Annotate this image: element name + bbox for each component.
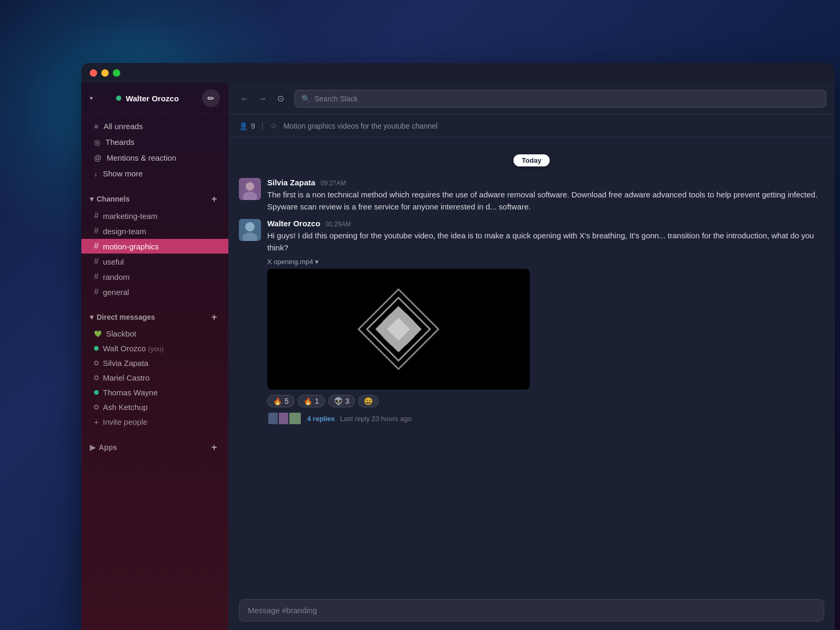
sidebar-item-marketing-team[interactable]: # marketing-team: [81, 208, 228, 223]
add-channel-button[interactable]: +: [208, 193, 220, 205]
messages-area[interactable]: Today Silvia Zapata 09:27AM: [228, 138, 835, 593]
members-count: 9: [251, 122, 255, 130]
slackbot-heart-icon: 💚: [94, 330, 102, 338]
channels-section: ▾ Channels + # marketing-team # design-t…: [81, 186, 228, 304]
sidebar-header: ▾ Walter Orozco ✏: [81, 83, 228, 114]
sidebar-item-mariel-castro[interactable]: Mariel Castro: [81, 371, 228, 385]
dm-name: Thomas Wayne: [103, 388, 158, 397]
back-button[interactable]: ←: [237, 91, 253, 107]
forward-button[interactable]: →: [255, 91, 270, 107]
message-2-author: Walter Orozco: [267, 219, 320, 228]
compose-button[interactable]: ✏: [202, 89, 220, 107]
sidebar-item-threads[interactable]: ◎ Theards: [86, 134, 224, 150]
channel-members: 👤 9: [239, 122, 255, 130]
dm-name: Silvia Zapata: [103, 359, 149, 368]
video-name-label: X opening.mp4: [267, 258, 313, 266]
hash-icon: #: [94, 211, 99, 220]
add-apps-button[interactable]: +: [208, 442, 220, 453]
message-2: Walter Orozco 01:29AM Hi guys! I did thi…: [228, 216, 835, 428]
video-thumbnail: [356, 287, 440, 371]
invite-label: Invite people: [103, 417, 148, 426]
sidebar-item-label: Mentions & reaction: [107, 153, 176, 162]
traffic-lights: [90, 69, 120, 77]
message-1-author: Silvia Zapata: [267, 178, 316, 187]
reaction-fire-5[interactable]: 🔥 5: [267, 395, 295, 407]
sidebar: ▾ Walter Orozco ✏ ≡ All unreads ◎ T: [81, 83, 228, 630]
reaction-add[interactable]: 😄: [358, 395, 379, 407]
reaction-alien-3[interactable]: 👽 3: [328, 395, 355, 407]
dm-label: Direct messages: [97, 313, 155, 321]
invite-plus-icon: +: [94, 417, 99, 426]
reply-count: 4 replies: [307, 415, 335, 423]
workspace-selector[interactable]: ▾: [90, 94, 93, 102]
compose-icon: ✏: [207, 93, 214, 103]
sidebar-item-silvia-zapata[interactable]: Silvia Zapata: [81, 356, 228, 370]
sidebar-item-useful[interactable]: # useful: [81, 254, 228, 269]
minimize-button[interactable]: [101, 69, 109, 77]
add-dm-button[interactable]: +: [208, 311, 220, 323]
dm-section-header[interactable]: ▾ Direct messages +: [81, 308, 228, 326]
main-content: ← → ⊙ 🔍 Search Slack 👤: [228, 83, 835, 630]
message-2-text: Hi guys! I did this opening for the yout…: [267, 230, 824, 254]
invite-people-button[interactable]: + Invite people: [81, 415, 228, 429]
channel-name: random: [103, 272, 130, 281]
history-icon: ⊙: [277, 93, 284, 103]
channels-collapse-icon: ▾: [90, 195, 93, 203]
message-2-body: Walter Orozco 01:29AM Hi guys! I did thi…: [267, 219, 824, 425]
hash-icon: #: [94, 242, 99, 251]
sidebar-item-general[interactable]: # general: [81, 285, 228, 299]
fire-emoji-2: 🔥: [303, 397, 312, 405]
sidebar-item-ash-ketchup[interactable]: Ash Ketchup: [81, 400, 228, 414]
message-1-header: Silvia Zapata 09:27AM: [267, 178, 824, 187]
message-1: Silvia Zapata 09:27AM The first is a non…: [228, 175, 835, 216]
reaction-fire-1[interactable]: 🔥 1: [298, 395, 325, 407]
sidebar-item-random[interactable]: # random: [81, 269, 228, 284]
video-filename: X opening.mp4 ▾: [267, 258, 824, 266]
dm-name: Slackbot: [106, 329, 136, 338]
apps-collapse-icon: ▶: [90, 443, 96, 452]
channel-name: marketing-team: [103, 212, 158, 220]
sidebar-item-thomas-wayne[interactable]: Thomas Wayne: [81, 385, 228, 400]
sidebar-item-label: All unreads: [103, 122, 143, 131]
search-bar[interactable]: 🔍 Search Slack: [295, 90, 826, 108]
all-unreads-icon: ≡: [94, 122, 98, 131]
dm-name: Mariel Castro: [103, 373, 150, 382]
sidebar-item-all-unreads[interactable]: ≡ All unreads: [86, 119, 224, 134]
channel-name: useful: [103, 257, 124, 266]
close-button[interactable]: [90, 69, 97, 77]
channels-section-header[interactable]: ▾ Channels +: [81, 190, 228, 208]
sidebar-nav: ≡ All unreads ◎ Theards @ Mentions & rea…: [81, 114, 228, 186]
add-reaction-emoji: 😄: [364, 397, 373, 405]
dm-collapse-icon: ▾: [90, 313, 93, 321]
search-icon: 🔍: [301, 94, 310, 103]
sidebar-item-slackbot[interactable]: 💚 Slackbot: [81, 327, 228, 341]
message-input[interactable]: Message #branding: [239, 599, 824, 622]
maximize-button[interactable]: [113, 69, 120, 77]
video-attachment: X opening.mp4 ▾: [267, 258, 824, 390]
sidebar-item-design-team[interactable]: # design-team: [81, 224, 228, 238]
history-button[interactable]: ⊙: [272, 91, 288, 107]
threads-icon: ◎: [94, 138, 100, 146]
app-window: ▾ Walter Orozco ✏ ≡ All unreads ◎ T: [81, 63, 835, 630]
channel-name: motion-graphics: [103, 242, 159, 251]
sidebar-item-show-more[interactable]: ↓ Show more: [86, 166, 224, 181]
dm-name: Walt Orozco (you): [103, 344, 164, 353]
sidebar-item-mentions[interactable]: @ Mentions & reaction: [86, 150, 224, 165]
star-icon[interactable]: ☆: [270, 121, 277, 131]
message-1-text: The first is a non technical method whic…: [267, 189, 824, 213]
channel-name: general: [103, 288, 129, 297]
workspace-chevron-icon: ▾: [90, 94, 93, 102]
sidebar-item-motion-graphics[interactable]: # motion-graphics: [81, 239, 228, 254]
reaction-count: 5: [285, 397, 289, 405]
thread-replies[interactable]: 4 replies Last reply 23 hours ago: [267, 412, 824, 425]
apps-section-header[interactable]: ▶ Apps +: [81, 437, 228, 457]
top-bar: ← → ⊙ 🔍 Search Slack: [228, 83, 835, 114]
message-input-area: Message #branding: [228, 593, 835, 630]
video-dropdown-icon: ▾: [315, 258, 319, 266]
channel-topic: Motion graphics videos for the youtube c…: [284, 122, 437, 130]
avatar-silvia: [239, 178, 261, 200]
alien-emoji: 👽: [334, 397, 343, 405]
user-online-dot: [116, 96, 121, 101]
video-player[interactable]: [267, 269, 530, 390]
sidebar-item-walt-orozco[interactable]: Walt Orozco (you): [81, 341, 228, 355]
